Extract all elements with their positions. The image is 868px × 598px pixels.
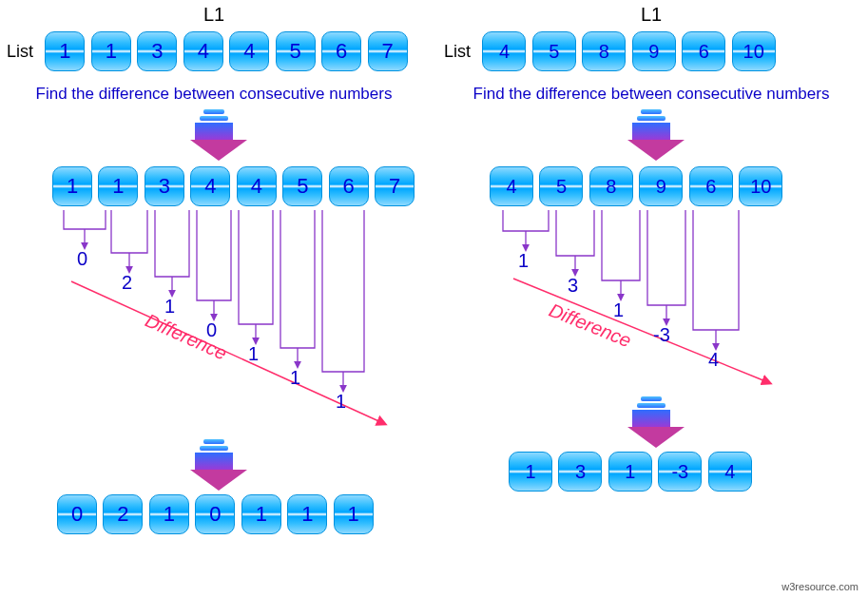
list-item: 6 (682, 31, 725, 71)
list-item: 1 (45, 31, 85, 71)
list-item: 4 (183, 31, 223, 71)
down-arrow-icon (190, 439, 238, 491)
list-item: 3 (558, 452, 602, 492)
list-item: 5 (282, 166, 322, 206)
list-item: 4 (482, 31, 526, 71)
down-arrow-icon (627, 109, 675, 161)
down-arrow-icon (190, 109, 238, 161)
right-title: L1 (442, 4, 860, 26)
diff-value: 1 (248, 343, 259, 365)
list-item: 0 (195, 494, 235, 534)
list-item: 10 (732, 31, 776, 71)
left-list-label: List (7, 42, 33, 62)
down-arrow-icon (627, 396, 675, 448)
right-list-label: List (444, 42, 471, 62)
diff-value: 1 (613, 299, 624, 321)
diff-value: 1 (164, 296, 175, 318)
list-item: 9 (639, 166, 683, 206)
svg-line-1 (513, 279, 770, 383)
list-item: 3 (145, 166, 184, 206)
list-item: 1 (149, 494, 189, 534)
list-item: 5 (276, 31, 316, 71)
list-item: 0 (57, 494, 97, 534)
list-item: -3 (658, 452, 702, 492)
bracket-diagram (442, 210, 860, 391)
diff-value: 1 (518, 250, 529, 272)
list-item: 4 (229, 31, 269, 71)
diff-value: 3 (568, 275, 578, 297)
list-item: 1 (91, 31, 131, 71)
list-item: 1 (52, 166, 92, 206)
list-item: 6 (321, 31, 361, 71)
list-item: 5 (539, 166, 583, 206)
diff-value: 0 (77, 248, 87, 270)
list-item: 1 (509, 452, 552, 492)
list-item: 1 (334, 494, 374, 534)
right-subtitle: Find the difference between consecutive … (442, 85, 860, 104)
left-subtitle: Find the difference between consecutive … (5, 85, 423, 104)
list-item: 4 (237, 166, 277, 206)
list-item: 6 (329, 166, 369, 206)
list-item: 1 (98, 166, 138, 206)
list-item: 1 (608, 452, 652, 492)
diff-value: -3 (653, 324, 670, 346)
diff-value: 1 (336, 391, 346, 413)
list-item: 1 (241, 494, 281, 534)
list-item: 8 (589, 166, 633, 206)
left-title: L1 (5, 4, 423, 26)
list-item: 9 (632, 31, 676, 71)
list-item: 8 (582, 31, 626, 71)
watermark: w3resource.com (781, 581, 858, 592)
list-item: 1 (287, 494, 327, 534)
diff-value: 4 (708, 349, 719, 371)
diff-value: 1 (290, 367, 300, 389)
diff-value: 2 (122, 272, 132, 294)
list-item: 5 (532, 31, 576, 71)
list-item: 10 (739, 166, 782, 206)
list-item: 2 (103, 494, 143, 534)
list-item: 7 (368, 31, 408, 71)
list-item: 6 (689, 166, 733, 206)
list-item: 4 (490, 166, 533, 206)
list-item: 4 (708, 452, 752, 492)
list-item: 4 (190, 166, 230, 206)
list-item: 3 (137, 31, 177, 71)
list-item: 7 (375, 166, 415, 206)
